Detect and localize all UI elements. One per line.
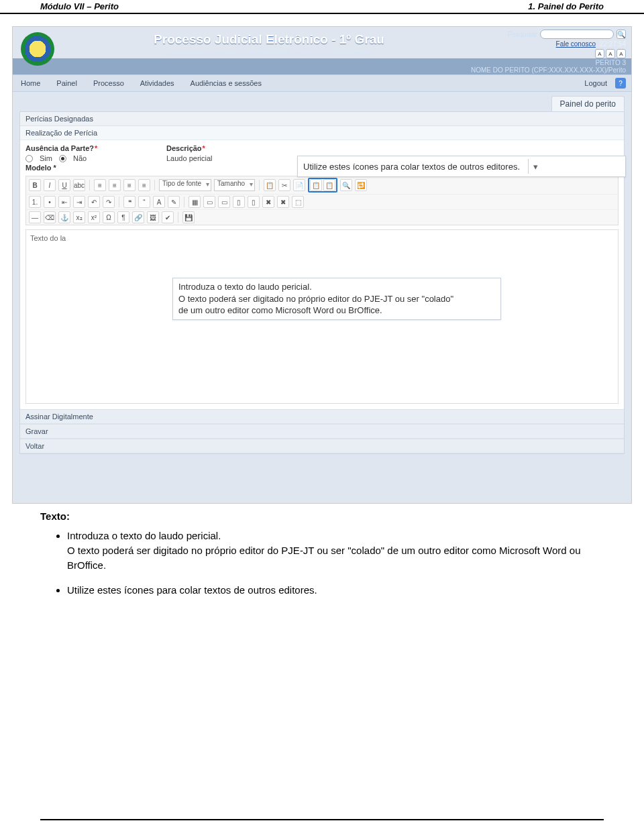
bold-icon[interactable]: B: [29, 179, 41, 191]
strike-icon[interactable]: abc: [73, 179, 85, 191]
highlight-icon[interactable]: ✎: [168, 196, 180, 208]
indent-icon[interactable]: ⇥: [73, 196, 85, 208]
radio-sim[interactable]: [25, 155, 33, 162]
descricao-value: Laudo pericial: [166, 154, 213, 162]
clock-label: 22:27:54: [600, 40, 626, 48]
bullet-1: Introduza o texto do laudo pericial. O t…: [67, 529, 604, 572]
texto-heading: Texto:: [40, 510, 604, 522]
menu-audiencias[interactable]: Audiências e sessões: [182, 75, 270, 91]
module-title: Módulo VII – Perito: [40, 1, 119, 11]
outdent-icon[interactable]: ⇤: [58, 196, 70, 208]
voltar-button[interactable]: Voltar: [20, 439, 624, 453]
quote-icon[interactable]: “: [138, 196, 150, 208]
del-row-icon[interactable]: ✖: [262, 196, 274, 208]
menu-atividades[interactable]: Atividades: [132, 75, 182, 91]
search-label: Pesquisar: [508, 31, 537, 38]
omega-icon[interactable]: Ω: [103, 211, 115, 223]
radio-nao[interactable]: [59, 155, 66, 162]
radio-sim-label: Sim: [40, 154, 52, 162]
ausencia-label: Ausência da Parte?*: [25, 144, 146, 152]
underline-icon[interactable]: U: [58, 179, 70, 191]
section-pericias-designadas[interactable]: Perícias Designadas: [20, 112, 624, 126]
section-title: 1. Painel do Perito: [528, 1, 604, 11]
tab-painel-perito[interactable]: Painel do perito: [551, 96, 625, 111]
redo-icon[interactable]: ↷: [103, 196, 115, 208]
font-size-select[interactable]: Tamanho: [214, 179, 255, 191]
font-family-select[interactable]: Tipo de fonte: [159, 179, 211, 191]
menu-processo[interactable]: Processo: [85, 75, 132, 91]
align-center-icon[interactable]: ≡: [109, 179, 121, 191]
system-subtitle: Conselho Superior da Justiça do Trabalho…: [62, 48, 476, 58]
del-col-icon[interactable]: ✖: [277, 196, 289, 208]
search-input[interactable]: [540, 30, 614, 39]
font-size-controls[interactable]: AAA: [476, 49, 626, 58]
anchor-icon[interactable]: ⚓: [58, 211, 70, 223]
callout-dropdown-icon[interactable]: ▾: [528, 159, 543, 174]
align-justify-icon[interactable]: ≡: [138, 179, 150, 191]
copy-icon[interactable]: 📄: [293, 179, 305, 191]
undo-icon[interactable]: ↶: [88, 196, 100, 208]
blockquote-icon[interactable]: ❝: [123, 196, 136, 208]
hr-icon[interactable]: —: [29, 211, 41, 223]
col-right-icon[interactable]: ▯: [248, 196, 260, 208]
eraser-icon[interactable]: ⌫: [44, 211, 56, 223]
align-right-icon[interactable]: ≡: [123, 179, 136, 191]
align-left-icon[interactable]: ≡: [94, 179, 106, 191]
screenshot-frame: Processo Judicial Eletrônico - 1º Grau C…: [12, 26, 632, 504]
cut-icon[interactable]: ✂: [278, 179, 290, 191]
merge-icon[interactable]: ⬚: [292, 196, 304, 208]
paste-icon[interactable]: 📋: [264, 179, 276, 191]
search-icon[interactable]: 🔍: [616, 30, 626, 39]
row-above-icon[interactable]: ▭: [203, 196, 215, 208]
ordered-list-icon[interactable]: 1.: [29, 196, 41, 208]
paste-plain-icon[interactable]: 📋: [323, 179, 335, 191]
menu-home[interactable]: Home: [13, 75, 48, 91]
link-icon[interactable]: 🔗: [132, 211, 144, 223]
paste-word-icon[interactable]: 📋: [310, 179, 322, 191]
bullet-2: Utilize estes ícones para colar textos d…: [67, 583, 604, 598]
brasil-seal-icon: [21, 32, 54, 66]
user-role-line: PERITO 3 NOME DO PERITO (CPF:XXX.XXX.XXX…: [13, 58, 631, 74]
italic-icon[interactable]: I: [44, 179, 56, 191]
spellcheck-icon[interactable]: ✔: [162, 211, 174, 223]
help-icon[interactable]: ?: [615, 78, 626, 89]
main-menu: Home Painel Processo Atividades Audiênci…: [13, 74, 631, 92]
callout-paste-icons: Utilize estes ícones para colar textos d…: [297, 156, 626, 177]
document-header: Módulo VII – Perito 1. Painel do Perito: [0, 0, 644, 14]
col-left-icon[interactable]: ▯: [233, 196, 245, 208]
contact-link[interactable]: Fale conosco: [556, 40, 596, 48]
pilcrow-icon[interactable]: ¶: [117, 211, 129, 223]
paste-special-group: 📋 📋: [308, 178, 337, 193]
system-title: Processo Judicial Eletrônico - 1º Grau: [62, 32, 476, 47]
menu-painel[interactable]: Painel: [48, 75, 85, 91]
font-color-icon[interactable]: A: [153, 196, 165, 208]
row-below-icon[interactable]: ▭: [218, 196, 230, 208]
editor-placeholder: Texto do la: [30, 234, 66, 242]
editor-toolbar: B I U abc ≡ ≡ ≡ ≡ Tipo de fonte Tamanho …: [25, 176, 619, 225]
gravar-button[interactable]: Gravar: [20, 424, 624, 439]
table-icon[interactable]: ▦: [189, 196, 201, 208]
radio-nao-label: Não: [73, 154, 87, 162]
logout-link[interactable]: Logout: [579, 75, 612, 91]
image-icon[interactable]: 🖼: [147, 211, 159, 223]
save-icon[interactable]: 💾: [182, 211, 195, 223]
descricao-label: Descrição*: [166, 144, 213, 152]
unordered-list-icon[interactable]: •: [44, 196, 56, 208]
assinar-button[interactable]: Assinar Digitalmente: [20, 409, 624, 424]
replace-icon[interactable]: 🔁: [355, 179, 367, 191]
subscript-icon[interactable]: x₂: [73, 211, 85, 223]
callout-editor-text: Introduza o texto do laudo pericial. O t…: [172, 278, 501, 320]
superscript-icon[interactable]: x²: [88, 211, 100, 223]
section-realizacao-pericia: Realização de Perícia: [20, 126, 624, 140]
explanatory-text: Texto: Introduza o texto do laudo perici…: [0, 504, 644, 598]
find-icon[interactable]: 🔍: [340, 179, 352, 191]
